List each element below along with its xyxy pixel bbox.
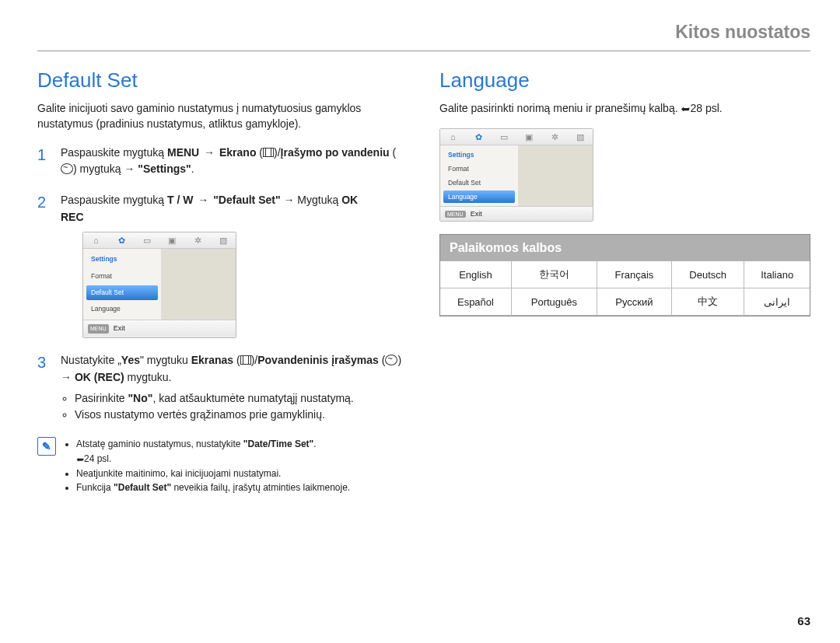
lang-cell: Deutsch <box>672 261 744 288</box>
b: "Default Set" <box>114 482 171 493</box>
step-number: 1 <box>37 143 46 167</box>
b: "Default Set" <box>213 194 280 206</box>
ref-arrow-icon: ➥ <box>681 101 690 117</box>
default-set-intro: Galite inicijuoti savo gaminio nustatymu… <box>37 100 408 132</box>
lang-cell: ایرانی <box>744 288 810 316</box>
t: ( <box>233 354 240 366</box>
device-body: Settings Format Default Set Language <box>440 145 593 206</box>
b: Yes <box>121 354 140 366</box>
tab-icon: ▣ <box>516 132 542 142</box>
bullet: Pasirinkite "No", kad atšauktumėte numat… <box>75 390 408 407</box>
display-icon <box>240 355 251 365</box>
underwater-icon <box>385 355 397 365</box>
b: OK <box>341 194 358 206</box>
t: . <box>313 439 316 449</box>
table-row: English 한국어 Français Deutsch Italiano <box>440 261 810 288</box>
two-column-layout: Default Set Galite inicijuoti savo gamin… <box>37 68 810 495</box>
b: MENU <box>167 146 199 159</box>
device-screenshot-language: ⌂ ✿ ▭ ▣ ✲ ▧ Settings Format Default Set … <box>439 128 593 222</box>
t: , kad atšauktumėte numatytąjį nustatymą. <box>152 392 353 404</box>
left-column: Default Set Galite inicijuoti savo gamin… <box>37 68 408 495</box>
t: Paspauskite mygtuką <box>61 194 167 206</box>
ref: 24 psl. <box>84 453 111 464</box>
section-title-language: Language <box>439 68 810 93</box>
note-list: Atstatę gaminio nustatymus, nustatykite … <box>64 437 350 494</box>
note-item: Funkcija "Default Set" neveikia failų, į… <box>76 481 350 495</box>
lang-cell: Português <box>511 288 597 316</box>
note-item: Neatjunkite maitinimo, kai inicijuojami … <box>76 467 350 481</box>
t: Atstatę gaminio nustatymus, nustatykite <box>76 439 243 449</box>
section-title-default-set: Default Set <box>37 68 408 93</box>
page: Kitos nuostatos Default Set Galite inici… <box>0 0 840 643</box>
ref-arrow-icon: ➥ <box>76 453 84 467</box>
exit-label: Exit <box>471 210 482 218</box>
step-2: 2 Paspauskite mygtuką T / W → "Default S… <box>37 192 408 338</box>
device-preview <box>518 145 593 206</box>
step-number: 2 <box>37 190 46 215</box>
t: ) mygtuką → <box>73 162 138 175</box>
step2-text: Paspauskite mygtuką T / W → "Default Set… <box>61 194 358 223</box>
b: OK (REC) <box>75 371 124 383</box>
lang-cell: 한국어 <box>511 261 597 288</box>
languages-title: Palaikomos kalbos <box>440 235 810 261</box>
step-number: 3 <box>37 351 46 375</box>
b: REC <box>61 211 84 223</box>
lang-cell: 中文 <box>672 288 744 316</box>
page-header: Kitos nuostatos <box>37 22 810 51</box>
t: Funkcija <box>76 482 114 493</box>
tab-icon: ▧ <box>210 234 236 247</box>
steps-list: 1 Paspauskite mygtuką MENU → Ekrano ()/Į… <box>37 145 408 424</box>
step1-text: Paspauskite mygtuką MENU → Ekrano ()/Įra… <box>61 146 396 176</box>
exit-label: Exit <box>114 323 125 334</box>
tab-icon: ✲ <box>185 234 211 247</box>
bullet: Visos nustatymo vertės grąžinamos prie g… <box>75 407 408 423</box>
device-body: Settings Format Default Set Language <box>83 249 236 320</box>
b: "No" <box>128 392 152 404</box>
lang-cell: English <box>440 261 511 288</box>
b: Įrašymo po vandeniu <box>281 146 390 159</box>
b: Ekrano <box>219 146 256 159</box>
b: T / W <box>167 194 193 206</box>
tab-icon: ⌂ <box>83 234 109 247</box>
t: Paspauskite mygtuką <box>61 146 167 159</box>
menu-chip: MENU <box>88 324 109 334</box>
lang-cell: Italiano <box>744 261 810 288</box>
step-1: 1 Paspauskite mygtuką MENU → Ekrano ()/Į… <box>37 145 408 178</box>
t: Pasirinkite <box>75 392 128 404</box>
t: ( <box>256 146 263 159</box>
tab-icon: ▧ <box>567 132 593 142</box>
t: ( <box>379 354 386 366</box>
tab-icon: ✲ <box>542 132 568 142</box>
arrow-icon: → <box>193 194 213 206</box>
menu-chip: MENU <box>445 211 466 218</box>
step3-text: Nustatykite „Yes" mygtuku Ekranas ()/Pov… <box>61 354 401 383</box>
t: neveikia failų, įrašytų atminties laikme… <box>171 482 350 493</box>
note-item: Atstatę gaminio nustatymus, nustatykite … <box>76 437 350 466</box>
tab-icon: ▭ <box>134 234 159 247</box>
device-tabs: ⌂ ✿ ▭ ▣ ✲ ▧ <box>83 232 236 249</box>
menu-item: Format <box>443 162 515 175</box>
ref: 28 psl. <box>690 102 722 114</box>
menu-item: Default Set <box>443 176 515 189</box>
display-icon <box>263 148 274 157</box>
step-3: 3 Nustatykite „Yes" mygtuku Ekranas ()/P… <box>37 352 408 423</box>
note-box: ✎ Atstatę gaminio nustatymus, nustatykit… <box>37 437 408 494</box>
tab-icon: ⌂ <box>440 132 466 142</box>
menu-item-selected: Language <box>443 190 515 203</box>
lang-cell: Français <box>597 261 671 288</box>
t: . <box>191 162 194 175</box>
languages-box: Palaikomos kalbos English 한국어 Français D… <box>439 234 810 316</box>
device-tabs: ⌂ ✿ ▭ ▣ ✲ ▧ <box>440 129 593 145</box>
t: Galite pasirinkti norimą meniu ir praneš… <box>439 102 681 114</box>
underwater-icon <box>61 163 73 174</box>
t: ( <box>390 146 397 159</box>
right-column: Language Galite pasirinkti norimą meniu … <box>439 68 810 495</box>
menu-item: Language <box>86 302 158 316</box>
page-number: 63 <box>797 614 810 627</box>
menu-item: Format <box>86 269 158 284</box>
device-footer: MENU Exit <box>83 320 236 337</box>
tab-icon-active: ✿ <box>466 132 492 142</box>
b: Ekranas <box>191 354 233 366</box>
t: → Mygtuką <box>281 194 342 206</box>
t: )/ <box>274 146 281 159</box>
